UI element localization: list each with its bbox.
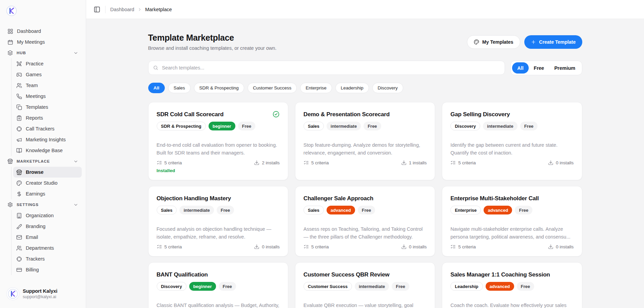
app-window: Dashboard My Meetings HUB Practice Games… — [0, 0, 644, 308]
card-description: Identify the gap between current and fut… — [450, 141, 573, 157]
download-icon — [401, 244, 407, 249]
create-template-button[interactable]: Create Template — [524, 35, 582, 49]
search-icon — [153, 65, 158, 70]
sidebar-section-settings[interactable]: SETTINGS — [4, 199, 82, 210]
sidebar-item-team[interactable]: Team — [13, 80, 82, 91]
breadcrumb: Dashboard Marketplace — [110, 7, 172, 12]
card-level-tag: advanced — [327, 206, 355, 214]
sidebar-nav: Dashboard My Meetings HUB Practice Games… — [4, 26, 82, 275]
card-footer: 5 criteria 2 installs — [157, 160, 280, 165]
template-card-gap-selling-discovery[interactable]: Gap Selling Discovery Discovery intermed… — [442, 102, 582, 180]
sidebar-item-creator-studio[interactable]: Creator Studio — [13, 178, 82, 188]
book-icon — [16, 148, 22, 153]
card-tags: Enterprise advanced Free — [450, 206, 573, 214]
card-footer: 5 criteria 0 installs — [450, 244, 573, 249]
sidebar-item-billing[interactable]: Billing — [13, 264, 82, 275]
template-card-demo-presentation-scorecard[interactable]: Demo & Presentation Scorecard Sales inte… — [295, 102, 435, 180]
sidebar-item-my-meetings[interactable]: My Meetings — [4, 37, 82, 47]
chevron-down-icon — [73, 50, 78, 56]
template-card-sales-manager-1-1-coaching-session[interactable]: Sales Manager 1:1 Coaching Session Leade… — [442, 262, 582, 308]
card-tags: Sales intermediate Free — [304, 122, 427, 130]
my-templates-button[interactable]: My Templates — [467, 35, 520, 49]
category-chip-all[interactable]: All — [148, 83, 165, 93]
card-level-tag: intermediate — [327, 122, 361, 130]
card-price-tag: Free — [392, 282, 409, 291]
category-chip-discovery[interactable]: Discovery — [372, 83, 403, 93]
card-title: Customer Success QBR Review — [304, 271, 389, 279]
card-tags: Discovery beginner Free — [157, 282, 280, 291]
breadcrumb-dashboard[interactable]: Dashboard — [110, 7, 134, 12]
category-chip-sales[interactable]: Sales — [168, 83, 191, 93]
template-card-enterprise-multi-stakeholder-call[interactable]: Enterprise Multi-Stakeholder Call Enterp… — [442, 186, 582, 256]
sidebar-item-knowledge-base[interactable]: Knowledge Base — [13, 145, 82, 156]
sidebar-item-browse[interactable]: Browse — [13, 167, 82, 178]
dollar-icon — [16, 191, 22, 197]
card-title: Sales Manager 1:1 Coaching Session — [450, 271, 550, 279]
template-card-challenger-sale-approach[interactable]: Challenger Sale Approach Sales advanced … — [295, 186, 435, 256]
sidebar-item-departments[interactable]: Departments — [13, 243, 82, 253]
category-chip-customer-success[interactable]: Customer Success — [248, 83, 297, 93]
card-price-tag: Free — [520, 122, 538, 130]
sidebar-item-practice[interactable]: Practice — [13, 58, 82, 69]
price-filter-premium[interactable]: Premium — [549, 62, 580, 74]
card-installs: 0 installs — [548, 244, 574, 249]
search-input[interactable] — [148, 61, 505, 75]
app-logo[interactable] — [4, 4, 82, 20]
template-card-objection-handling-mastery[interactable]: Objection Handling Mastery Sales interme… — [148, 186, 288, 256]
template-card-bant-qualification[interactable]: BANT Qualification Discovery beginner Fr… — [148, 262, 288, 308]
topbar-divider — [105, 6, 105, 13]
sidebar-section-hub[interactable]: HUB — [4, 47, 82, 58]
card-description: Evaluate QBR execution — value storytell… — [304, 302, 427, 308]
card-title: Challenger Sale Approach — [304, 194, 373, 203]
marketplace-page: Template Marketplace Browse and install … — [148, 19, 582, 308]
card-installs: 0 installs — [401, 244, 427, 249]
category-chip-enterprise[interactable]: Enterprise — [300, 83, 332, 93]
sidebar-item-earnings[interactable]: Earnings — [13, 188, 82, 199]
card-title: Demo & Presentation Scorecard — [304, 110, 390, 119]
card-footer: 5 criteria 0 installs — [157, 244, 280, 249]
list-checks-icon — [450, 160, 456, 165]
page-subtitle: Browse and install coaching templates, o… — [148, 45, 277, 51]
price-filter-all[interactable]: All — [512, 62, 529, 74]
category-chip-sdr-prospecting[interactable]: SDR & Prospecting — [194, 83, 244, 93]
sidebar-item-reports[interactable]: Reports — [13, 112, 82, 123]
chevron-right-icon — [137, 7, 142, 12]
chevron-down-icon — [73, 159, 78, 164]
sidebar-item-trackers[interactable]: Trackers — [13, 253, 82, 264]
sidebar-item-dashboard[interactable]: Dashboard — [4, 26, 82, 37]
card-level-tag: intermediate — [355, 282, 389, 291]
sidebar-item-templates[interactable]: Templates — [13, 102, 82, 112]
gear-icon — [7, 202, 13, 207]
sidebar-item-branding[interactable]: Branding — [13, 221, 82, 232]
topbar: Dashboard Marketplace — [86, 0, 644, 19]
card-title: Objection Handling Mastery — [157, 194, 231, 203]
card-category-tag: Sales — [304, 122, 324, 130]
card-level-tag: advanced — [486, 282, 514, 291]
sidebar-item-meetings[interactable]: Meetings — [13, 91, 82, 102]
download-icon — [254, 160, 259, 165]
sidebar-item-email[interactable]: Email — [13, 232, 82, 243]
card-description: Classic BANT qualification analysis — Bu… — [157, 302, 280, 308]
sidebar-user[interactable]: Support Kalyxi support@kalyxi.ai — [4, 286, 82, 302]
copy-icon — [16, 104, 22, 110]
card-level-tag: intermediate — [483, 122, 517, 130]
category-chip-leadership[interactable]: Leadership — [335, 83, 369, 93]
card-installs: 0 installs — [548, 160, 574, 165]
card-price-tag: Free — [515, 206, 532, 214]
card-installs: 2 installs — [254, 160, 280, 165]
template-card-sdr-cold-call-scorecard[interactable]: SDR Cold Call Scorecard SDR & Prospectin… — [148, 102, 288, 180]
sidebar-item-call-trackers[interactable]: Call Trackers — [13, 123, 82, 134]
price-filter-free[interactable]: Free — [529, 62, 549, 74]
card-level-tag: beginner — [209, 122, 235, 130]
card-description: End-to-end cold call evaluation from ope… — [157, 141, 280, 157]
card-price-tag: Free — [238, 122, 255, 130]
users-icon — [16, 245, 22, 251]
sidebar-item-organization[interactable]: Organization — [13, 210, 82, 221]
sidebar-item-marketing-insights[interactable]: Marketing Insights — [13, 134, 82, 145]
sidebar-section-marketplace[interactable]: MARKETPLACE — [4, 156, 82, 167]
sidebar-toggle-icon[interactable] — [94, 6, 100, 13]
card-price-tag: Free — [364, 122, 381, 130]
user-name: Support Kalyxi — [23, 288, 57, 294]
template-card-customer-success-qbr-review[interactable]: Customer Success QBR Review Customer Suc… — [295, 262, 435, 308]
sidebar-item-games[interactable]: Games — [13, 69, 82, 80]
